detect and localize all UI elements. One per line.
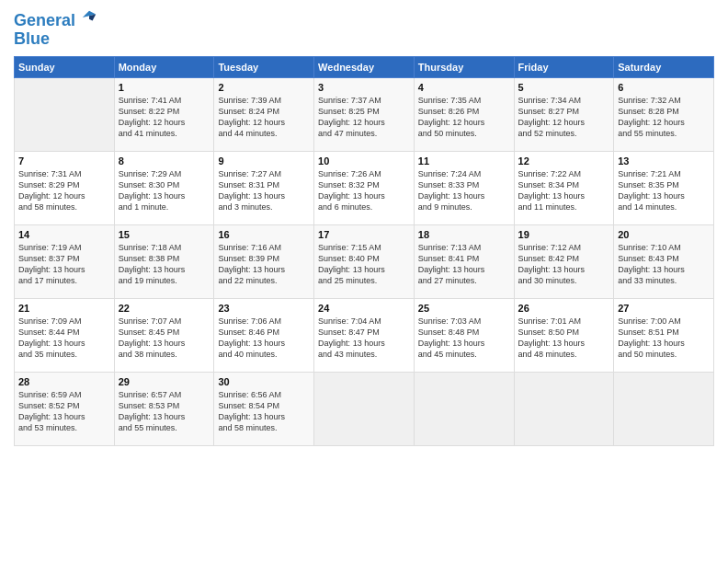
day-info: Sunrise: 7:39 AMSunset: 8:24 PMDaylight:… [218,95,310,140]
day-number: 4 [418,82,510,93]
logo-bird-icon [81,9,97,26]
week-row-2: 14Sunrise: 7:19 AMSunset: 8:37 PMDayligh… [15,224,714,298]
day-info: Sunrise: 7:21 AMSunset: 8:35 PMDaylight:… [618,168,710,213]
calendar-cell: 12Sunrise: 7:22 AMSunset: 8:34 PMDayligh… [514,151,614,224]
day-number: 11 [418,155,510,167]
day-header-monday: Monday [114,56,214,77]
day-number: 18 [418,229,510,240]
day-number: 10 [318,155,410,167]
calendar-cell: 17Sunrise: 7:15 AMSunset: 8:40 PMDayligh… [314,224,415,298]
day-number: 25 [418,303,510,314]
calendar-cell: 22Sunrise: 7:07 AMSunset: 8:45 PMDayligh… [114,298,214,372]
calendar-cell: 27Sunrise: 7:00 AMSunset: 8:51 PMDayligh… [614,298,714,372]
day-info: Sunrise: 7:37 AMSunset: 8:25 PMDaylight:… [318,95,410,140]
day-number: 14 [18,229,110,240]
page: General Blue SundayMondayTuesdayWednesda… [0,0,728,563]
calendar-cell: 14Sunrise: 7:19 AMSunset: 8:37 PMDayligh… [15,224,115,298]
calendar-cell: 7Sunrise: 7:31 AMSunset: 8:29 PMDaylight… [15,151,115,224]
calendar-cell: 6Sunrise: 7:32 AMSunset: 8:28 PMDaylight… [614,77,714,151]
day-info: Sunrise: 7:18 AMSunset: 8:38 PMDaylight:… [119,242,210,287]
day-info: Sunrise: 7:19 AMSunset: 8:37 PMDaylight:… [18,242,110,287]
day-info: Sunrise: 7:24 AMSunset: 8:33 PMDaylight:… [418,168,510,213]
day-info: Sunrise: 7:32 AMSunset: 8:28 PMDaylight:… [618,95,710,140]
day-info: Sunrise: 6:57 AMSunset: 8:53 PMDaylight:… [119,389,210,434]
day-header-sunday: Sunday [15,56,115,77]
day-info: Sunrise: 7:15 AMSunset: 8:40 PMDaylight:… [318,242,410,287]
calendar-cell [314,372,415,445]
day-info: Sunrise: 7:12 AMSunset: 8:42 PMDaylight:… [518,242,610,287]
day-number: 12 [518,155,610,167]
day-number: 24 [318,303,410,314]
calendar-cell: 10Sunrise: 7:26 AMSunset: 8:32 PMDayligh… [314,151,415,224]
calendar-cell: 24Sunrise: 7:04 AMSunset: 8:47 PMDayligh… [314,298,415,372]
calendar-cell: 26Sunrise: 7:01 AMSunset: 8:50 PMDayligh… [514,298,614,372]
day-info: Sunrise: 7:27 AMSunset: 8:31 PMDaylight:… [218,168,310,213]
day-info: Sunrise: 7:04 AMSunset: 8:47 PMDaylight:… [318,316,410,361]
header: General Blue [14,9,714,49]
day-number: 17 [318,229,410,240]
calendar-cell: 18Sunrise: 7:13 AMSunset: 8:41 PMDayligh… [414,224,514,298]
calendar-cell: 30Sunrise: 6:56 AMSunset: 8:54 PMDayligh… [214,372,314,445]
day-info: Sunrise: 7:16 AMSunset: 8:39 PMDaylight:… [218,242,310,287]
week-row-0: 1Sunrise: 7:41 AMSunset: 8:22 PMDaylight… [15,77,714,151]
day-number: 29 [119,376,210,387]
calendar-cell: 29Sunrise: 6:57 AMSunset: 8:53 PMDayligh… [114,372,214,445]
calendar-cell: 2Sunrise: 7:39 AMSunset: 8:24 PMDaylight… [214,77,314,151]
day-header-wednesday: Wednesday [314,56,415,77]
week-row-3: 21Sunrise: 7:09 AMSunset: 8:44 PMDayligh… [15,298,714,372]
day-header-saturday: Saturday [614,56,714,77]
calendar-cell: 19Sunrise: 7:12 AMSunset: 8:42 PMDayligh… [514,224,614,298]
calendar-cell [414,372,514,445]
day-number: 5 [518,82,610,93]
calendar-cell [15,77,115,151]
day-number: 8 [119,155,210,167]
calendar-cell: 13Sunrise: 7:21 AMSunset: 8:35 PMDayligh… [614,151,714,224]
day-number: 9 [218,155,310,167]
day-number: 20 [618,229,710,240]
calendar-cell: 4Sunrise: 7:35 AMSunset: 8:26 PMDaylight… [414,77,514,151]
day-number: 6 [618,82,710,93]
calendar-cell: 16Sunrise: 7:16 AMSunset: 8:39 PMDayligh… [214,224,314,298]
calendar-cell [614,372,714,445]
day-info: Sunrise: 7:34 AMSunset: 8:27 PMDaylight:… [518,95,610,140]
day-number: 16 [218,229,310,240]
day-info: Sunrise: 7:31 AMSunset: 8:29 PMDaylight:… [18,168,110,213]
week-row-1: 7Sunrise: 7:31 AMSunset: 8:29 PMDaylight… [15,151,714,224]
calendar-cell: 21Sunrise: 7:09 AMSunset: 8:44 PMDayligh… [15,298,115,372]
logo-text: General [14,9,97,30]
week-row-4: 28Sunrise: 6:59 AMSunset: 8:52 PMDayligh… [15,372,714,445]
day-number: 1 [119,82,210,93]
day-number: 19 [518,229,610,240]
day-number: 7 [18,155,110,167]
calendar-cell: 9Sunrise: 7:27 AMSunset: 8:31 PMDaylight… [214,151,314,224]
calendar-cell: 25Sunrise: 7:03 AMSunset: 8:48 PMDayligh… [414,298,514,372]
day-header-tuesday: Tuesday [214,56,314,77]
calendar-cell: 28Sunrise: 6:59 AMSunset: 8:52 PMDayligh… [15,372,115,445]
day-info: Sunrise: 7:07 AMSunset: 8:45 PMDaylight:… [119,316,210,361]
day-number: 27 [618,303,710,314]
day-info: Sunrise: 7:35 AMSunset: 8:26 PMDaylight:… [418,95,510,140]
day-info: Sunrise: 7:10 AMSunset: 8:43 PMDaylight:… [618,242,710,287]
logo-blue: Blue [14,30,97,49]
day-info: Sunrise: 7:01 AMSunset: 8:50 PMDaylight:… [518,316,610,361]
day-number: 2 [218,82,310,93]
day-info: Sunrise: 7:03 AMSunset: 8:48 PMDaylight:… [418,316,510,361]
calendar-cell: 20Sunrise: 7:10 AMSunset: 8:43 PMDayligh… [614,224,714,298]
day-info: Sunrise: 7:22 AMSunset: 8:34 PMDaylight:… [518,168,610,213]
day-number: 3 [318,82,410,93]
day-header-thursday: Thursday [414,56,514,77]
day-info: Sunrise: 6:59 AMSunset: 8:52 PMDaylight:… [18,389,110,434]
day-info: Sunrise: 7:41 AMSunset: 8:22 PMDaylight:… [119,95,210,140]
day-number: 23 [218,303,310,314]
calendar-cell: 8Sunrise: 7:29 AMSunset: 8:30 PMDaylight… [114,151,214,224]
calendar-cell: 23Sunrise: 7:06 AMSunset: 8:46 PMDayligh… [214,298,314,372]
day-info: Sunrise: 7:06 AMSunset: 8:46 PMDaylight:… [218,316,310,361]
day-info: Sunrise: 7:13 AMSunset: 8:41 PMDaylight:… [418,242,510,287]
day-info: Sunrise: 7:29 AMSunset: 8:30 PMDaylight:… [119,168,210,213]
day-info: Sunrise: 7:09 AMSunset: 8:44 PMDaylight:… [18,316,110,361]
calendar-cell: 15Sunrise: 7:18 AMSunset: 8:38 PMDayligh… [114,224,214,298]
day-info: Sunrise: 7:00 AMSunset: 8:51 PMDaylight:… [618,316,710,361]
day-info: Sunrise: 7:26 AMSunset: 8:32 PMDaylight:… [318,168,410,213]
day-number: 28 [18,376,110,387]
day-number: 26 [518,303,610,314]
